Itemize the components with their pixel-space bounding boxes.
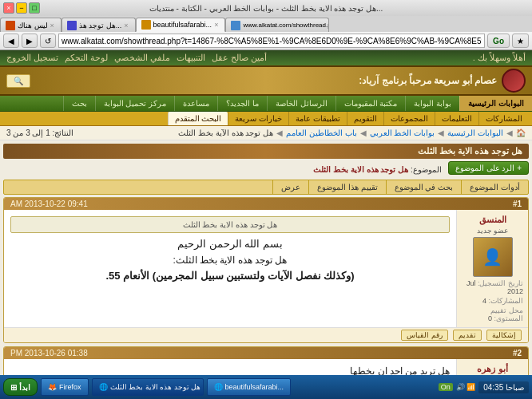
post-1-rank: عضو جديد — [462, 227, 523, 235]
thread-title-bar: هل توجد هذه الاية بخط الثلث — [3, 144, 529, 159]
taskbar: ⊞ ابدأ 🦊 Firefox 🌐 هل توجد هذه الاية بخط… — [0, 375, 532, 399]
tab-label-3: beautifulsafarabi... — [153, 21, 212, 29]
breadcrumb-calligraphers[interactable]: باب الخطاطين العامم — [286, 128, 357, 137]
taskbar-label-safari: beautifulsafarabi... — [225, 383, 284, 391]
address-bar[interactable] — [58, 34, 485, 48]
tab-close-2[interactable]: × — [124, 22, 128, 30]
breadcrumb-calligraphy[interactable]: بوابات الخط العربي — [370, 128, 435, 137]
subtab-calendar[interactable]: التقويم — [347, 112, 383, 125]
start-label: ابدأ — [19, 383, 30, 392]
header-search-box[interactable]: 🔍 — [6, 74, 30, 88]
taskbar-icon-firefox: 🦊 — [48, 383, 57, 391]
nav-tab-home[interactable]: البوابات الرئيسية — [459, 96, 532, 111]
tool-rate-thread[interactable]: تقييم هذا الموضوع — [308, 180, 386, 194]
post-2-date: PM 2013-10-26 01:38 — [10, 349, 88, 358]
topbar-link-dashboard[interactable]: لوحة التحكم — [65, 53, 108, 63]
taskbar-item-firefox[interactable]: 🦊 Firefox — [41, 378, 89, 396]
nav-tab-search[interactable]: بحث — [63, 96, 95, 111]
tool-thread-options[interactable]: أدوات الموضوع — [461, 180, 528, 194]
post-1-actions: إشكالية تقديم رقم القياس — [4, 327, 528, 342]
subtab-instructions[interactable]: التعليمات — [435, 112, 478, 125]
post-1-quran-text: (وكذلك نفصل الآيات ولتستبين سبيل المجرمي… — [10, 268, 450, 285]
topbar-link-name[interactable]: أمين صالح عقل — [212, 53, 267, 63]
refresh-button[interactable]: ↺ — [40, 34, 56, 48]
post-1-avatar: 👤 — [473, 237, 513, 277]
post-1-main-text: هل توجد هذه الاية بخط الثلث: (وكذلك نفصل… — [10, 253, 450, 285]
post-1-num: #1 — [513, 200, 522, 208]
tab-close-3[interactable]: × — [214, 21, 218, 29]
subtab-groups[interactable]: المجموعات — [383, 112, 435, 125]
post-1-bismillah: بسم الله الرحمن الرحيم — [10, 238, 450, 250]
nav-tab-downloads[interactable]: مركز تحميل البوابة — [95, 96, 175, 111]
post-1-btn-2[interactable]: تقديم — [453, 330, 482, 341]
breadcrumb: 🏠 ◀ البوابات الرئيسية ◀ بوابات الخط العر… — [0, 126, 532, 140]
topbar-welcome: أهلاً وسهلاً بك . — [473, 53, 526, 63]
system-clock: 04:35 صباحا — [478, 381, 529, 393]
taskbar-item-safari[interactable]: 🌐 beautifulsafarabi... — [207, 378, 292, 396]
post-2-header: #2 PM 2013-10-26 01:38 — [4, 347, 528, 359]
subject-label: الموضوع: هل توجد هذه الاية بخط الثلث — [313, 165, 441, 174]
reply-button[interactable]: + الرد على الموضوع — [448, 161, 529, 175]
browser-tabs: ليس هناك × هل توجد هذ... × beautifulsafa… — [0, 16, 532, 32]
nav-tab-portal[interactable]: بوابة البوابة — [405, 96, 459, 111]
post-1-btn-3[interactable]: رقم القياس — [401, 330, 448, 341]
post-2-username: أبو زهره — [462, 364, 523, 374]
post-2-num: #2 — [513, 349, 522, 358]
taskbar-label-firefox: Firefox — [59, 383, 81, 391]
minimize-btn[interactable]: − — [16, 2, 27, 14]
browser-titlebar: × − □ هل توجد هذه الاية بخط الثلث - بواب… — [0, 0, 532, 16]
bookmark-button[interactable]: ★ — [512, 34, 529, 48]
header-logo-text: عصام أبو سريعة مرحباً برنامج آرياد: — [359, 75, 497, 86]
back-button[interactable]: ◀ — [3, 34, 19, 48]
nav-tab-help[interactable]: مساعدة — [174, 96, 217, 111]
subject-text: هل توجد هذه الاية بخط الثلث — [313, 165, 408, 174]
topbar-links: أمين صالح عقل التنبيهات ملفي الشخصي لوحة… — [6, 53, 267, 63]
nav-tab-library[interactable]: مكتبة المقيومات — [335, 96, 406, 111]
post-1-quote: هل توجد هذه الاية بخط الثلث — [10, 216, 450, 233]
taskbar-item-thread[interactable]: 🌐 هل توجد هذه الاية بخط الثلث — [92, 378, 204, 396]
tab-4[interactable]: www.alkatat.com/showthread.php?t=... × — [225, 18, 329, 32]
tool-display[interactable]: عرض — [272, 180, 308, 194]
taskbar-icon-safari: 🌐 — [214, 383, 223, 391]
tool-search-thread[interactable]: بحث في الموضوع — [386, 180, 462, 194]
post-1-posts: المشاركات: 4 — [462, 297, 523, 305]
site-header: عصام أبو سريعة مرحباً برنامج آرياد: 🔍 — [0, 65, 532, 96]
tab-2[interactable]: هل توجد هذ... × — [62, 18, 136, 32]
subtab-apps[interactable]: تطبيقات عامة — [288, 112, 347, 125]
systray-icons: 🔊 📶 — [456, 383, 476, 391]
subtab-posts[interactable]: المشاركات — [478, 112, 529, 125]
breadcrumb-icon: 🏠 — [516, 128, 526, 137]
post-1-username: المنسق — [462, 215, 523, 225]
post-1: #1 AM 2013-10-22 09:41 المنسق عضو جديد 👤… — [3, 197, 529, 343]
topbar-link-logout[interactable]: تسجيل الخروج — [6, 53, 58, 63]
tab-label-1: ليس هناك — [18, 22, 48, 30]
site-content: أهلاً وسهلاً بك . أمين صالح عقل التنبيها… — [0, 50, 532, 398]
go-button[interactable]: Go — [487, 34, 510, 48]
start-button[interactable]: ⊞ ابدأ — [3, 378, 38, 396]
post-1-btn-1[interactable]: إشكالية — [486, 330, 522, 341]
forward-button[interactable]: ▶ — [22, 34, 38, 48]
subtab-advanced-search[interactable]: البحث المتقدم — [168, 112, 228, 125]
topbar-link-notifications[interactable]: التنبيهات — [177, 53, 205, 63]
site-logo — [502, 69, 526, 93]
main-content: هل توجد هذه الاية بخط الثلث + الرد على ا… — [0, 140, 532, 398]
nav-tab-messages[interactable]: الرسائل الخاصة — [267, 96, 335, 111]
close-btn[interactable]: × — [3, 2, 14, 14]
thread-title-text: هل توجد هذه الاية بخط الثلث — [418, 146, 522, 156]
maximize-btn[interactable]: □ — [29, 2, 40, 14]
topbar-link-profile[interactable]: ملفي الشخصي — [114, 53, 170, 63]
breadcrumb-home[interactable]: البوابات الرئيسية — [447, 128, 503, 137]
tab-close-1[interactable]: × — [50, 22, 54, 30]
post-1-date: AM 2013-10-22 09:41 — [10, 200, 88, 208]
post-1-header: #1 AM 2013-10-22 09:41 — [4, 198, 528, 210]
taskbar-label-thread: هل توجد هذه الاية بخط الثلث — [110, 383, 201, 391]
site-nav: البوابات الرئيسية بوابة البوابة مكتبة ال… — [0, 96, 532, 112]
tab-1[interactable]: ليس هناك × — [0, 18, 62, 32]
tab-3[interactable]: beautifulsafarabi... × — [136, 18, 226, 32]
system-tray: On 🔊 📶 04:35 صباحا — [439, 381, 529, 393]
tab-favicon-3 — [141, 20, 151, 30]
taskbar-icon-thread: 🌐 — [99, 383, 108, 391]
tab-label-4: www.alkatat.com/showthread.php?t=... — [243, 22, 329, 29]
subtab-quick[interactable]: خيارات سريعة — [228, 112, 288, 125]
nav-tab-new[interactable]: ما الجديد؟ — [217, 96, 267, 111]
